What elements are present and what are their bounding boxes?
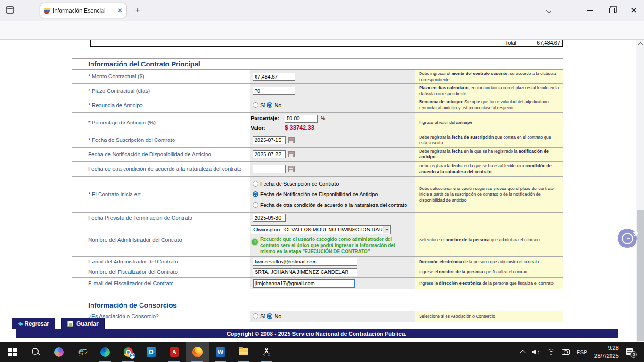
percent-label: Valor: (251, 125, 282, 131)
back-form-button[interactable]: Regresar (12, 318, 55, 329)
tab-bar: Información Esencial del Contra ✕ + ✕ (0, 0, 644, 21)
notification-badge: 3 (630, 351, 637, 358)
clock-date[interactable]: 9:28 28/7/2025 (594, 344, 619, 360)
taskbar-chrome[interactable] (116, 342, 140, 362)
window-restore-button[interactable] (605, 5, 619, 16)
fecha-otra-condicion-input[interactable] (253, 165, 286, 173)
admin-note: !Recuerde que el usuario escogido como a… (251, 236, 402, 255)
taskbar-firefox[interactable] (186, 342, 209, 362)
field-help: Seleccione si es Asociación o Consorcio (415, 311, 563, 322)
nombre-administrador-select[interactable]: Cliwinsgton - CEVALLOS MORENO LIWINSGTON… (251, 225, 391, 234)
copyright-text: Copyright © 2008 - 2025 Servicio Naciona… (227, 331, 406, 337)
field-help (415, 213, 563, 223)
clock-icon (622, 233, 633, 244)
field-control (250, 162, 415, 176)
plazo-contractual-input[interactable] (253, 87, 295, 95)
taskbar-windows-start[interactable] (1, 342, 24, 362)
wifi-icon[interactable] (547, 349, 555, 355)
taskbar-file-explorer[interactable] (232, 342, 255, 362)
field-row-plazo-contractual: * Plazo Contractual (días)Plazo en días … (72, 84, 563, 98)
field-row-fecha-suscripcion: * Fecha de Suscripción del ContratoDebe … (72, 133, 563, 148)
word-icon (216, 347, 225, 357)
scroll-up-icon[interactable] (638, 42, 643, 47)
nombre-fiscalizador-input[interactable] (253, 268, 357, 276)
internet-explorer-icon (77, 347, 87, 357)
section-title-consorcios: Información de Consorcios (72, 300, 563, 311)
radio-contrato-inicia-en-0[interactable] (253, 181, 258, 187)
field-row-fecha-notificacion-anticipo: Fecha de Notificación de Disponibilidad … (72, 148, 563, 162)
radio-contrato-inicia-en-2[interactable] (253, 202, 258, 208)
taskbar-search[interactable] (24, 342, 47, 362)
field-label: Fecha de Notificación de Disponibilidad … (72, 148, 250, 161)
firefox-view-button[interactable] (6, 6, 14, 14)
navigation-bar: ← → ↻ https://www.compraspublicas.gob.ec… (0, 21, 644, 40)
fecha-notificacion-anticipo-input[interactable] (253, 150, 286, 158)
field-row-email-fiscalizador: E-mail del Fiscalizador del ContratoIngr… (72, 278, 563, 289)
new-tab-button[interactable]: + (132, 5, 143, 16)
field-row-email-administrador: E-mail del Administrador del ContratoDir… (72, 257, 563, 267)
calendar-icon[interactable] (288, 137, 295, 143)
fecha-suscripcion-input[interactable] (253, 136, 286, 144)
calendar-icon[interactable] (288, 151, 295, 157)
field-label: * Renuncia de Anticipo (72, 98, 250, 112)
radio-label: Fecha de otra condición de acuerdo a la … (260, 202, 407, 208)
floating-clock-widget[interactable] (618, 229, 637, 248)
taskbar-edge[interactable] (93, 342, 116, 362)
list-all-tabs-icon[interactable] (546, 8, 552, 13)
chevron-down-icon (383, 226, 389, 233)
language-indicator[interactable]: ESP (577, 349, 587, 355)
tab-close-icon[interactable]: ✕ (117, 7, 123, 14)
profile-badge-icon (129, 353, 135, 359)
percent-label: Porcentaje: (251, 115, 282, 121)
radio-label: Fecha de Notificación de Disponibilidad … (260, 191, 378, 197)
notifications-icon[interactable]: 3 (626, 348, 634, 356)
total-value: 67,484.67 (520, 40, 562, 46)
radio-es-asociacion-consorcio-1[interactable] (267, 313, 272, 319)
taskbar-acrobat[interactable] (163, 342, 186, 362)
save-button[interactable]: Guardar (61, 318, 105, 329)
taskbar-internet-explorer[interactable] (70, 342, 93, 362)
radio-renuncia-anticipo-1[interactable] (267, 102, 272, 108)
contract-form: Información del Contrato Principal * Mon… (72, 58, 563, 322)
field-label: Fecha Prevista de Terminación de Contrat… (72, 213, 250, 223)
tray-expand-icon[interactable] (520, 350, 525, 355)
field-label: * Monto Contractual ($) (72, 70, 250, 83)
radio-contrato-inicia-en-1[interactable] (253, 191, 258, 197)
taskbar-word[interactable] (209, 342, 232, 362)
taskbar-outlook[interactable] (140, 342, 163, 362)
browser-tab[interactable]: Información Esencial del Contra ✕ (40, 3, 126, 18)
monto-contractual-input[interactable] (253, 73, 295, 81)
scrollbar-thumb[interactable] (637, 210, 644, 341)
field-help: Debe registrar la fecha en la que se ha … (415, 148, 563, 161)
info-icon: ! (252, 239, 258, 245)
radio-label: Fecha de Suscripción de Contrato (260, 181, 339, 187)
radio-option: Fecha de otra condición de acuerdo a la … (253, 202, 407, 208)
acrobat-icon (170, 347, 179, 357)
radio-renuncia-anticipo-0[interactable] (253, 102, 258, 108)
taskbar-copilot[interactable] (47, 342, 70, 362)
tray-date: 28/7/2025 (594, 352, 619, 360)
porcentaje-anticipo-input[interactable] (285, 115, 318, 123)
field-help: Debe registrar la fecha de suscripción q… (415, 133, 563, 147)
system-tray: ESP 9:28 28/7/2025 3 (521, 342, 644, 362)
fecha-terminacion-input[interactable] (253, 214, 286, 222)
cast-display-icon[interactable] (562, 349, 570, 355)
search-icon (31, 347, 40, 356)
window-close-button[interactable]: ✕ (627, 5, 641, 16)
radio-es-asociacion-consorcio-0[interactable] (253, 313, 258, 319)
field-help: Plazo en días calendario, en concordanci… (415, 84, 563, 98)
back-arrow-icon (18, 321, 21, 326)
taskbar-snipping-tool[interactable] (255, 342, 278, 362)
main-contract-table: Información del Contrato Principal * Mon… (72, 58, 563, 289)
field-label: * Fecha de Suscripción del Contrato (72, 133, 250, 147)
calendar-icon[interactable] (288, 166, 295, 172)
window-minimize-button[interactable] (583, 5, 597, 16)
volume-icon[interactable] (532, 349, 540, 355)
email-administrador-input[interactable] (253, 258, 357, 266)
scrollbar[interactable] (636, 40, 644, 342)
radio-option: Fecha de Notificación de Disponibilidad … (253, 191, 378, 197)
field-label: E-mail del Fiscalizador del Contrato (72, 278, 250, 289)
field-control: Cliwinsgton - CEVALLOS MORENO LIWINSGTON… (250, 223, 415, 256)
email-fiscalizador-input[interactable] (253, 279, 355, 288)
field-help: Renuncia de anticipo: Siempre que fuere … (415, 98, 563, 112)
